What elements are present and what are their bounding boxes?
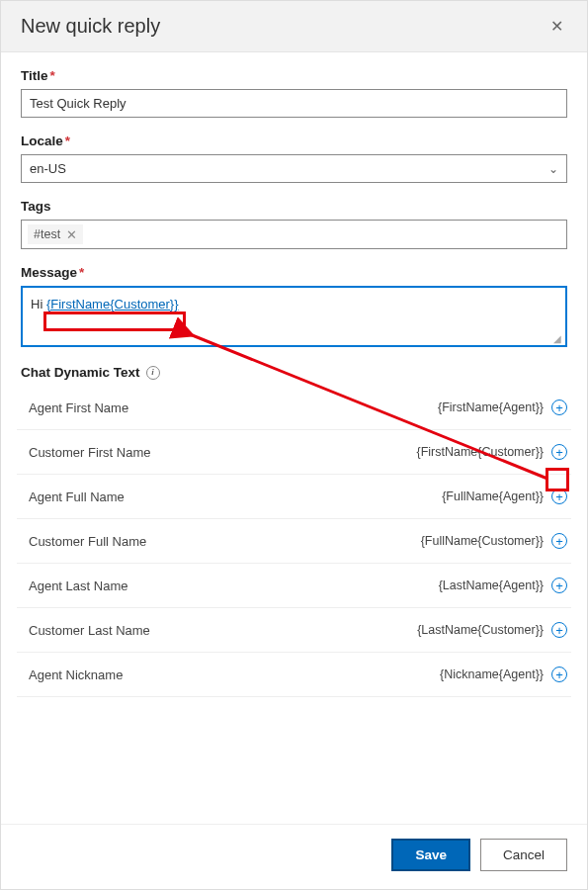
dynamic-token: {Nickname{Agent}} [440,668,544,681]
message-text: Hi [31,297,46,312]
dynamic-label: Agent Last Name [29,578,127,593]
dynamic-label: Agent Full Name [29,490,125,504]
dynamic-label: Customer Full Name [29,534,146,549]
dynamic-token: {FirstName{Agent}} [438,400,544,414]
dynamic-token: {FullName{Customer}} [421,534,544,548]
dynamic-row-agent-nickname: Agent Nickname {Nickname{Agent}} + [17,653,571,697]
dynamic-text-heading: Chat Dynamic Text i [21,365,567,380]
dynamic-row-customer-first-name: Customer First Name {FirstName{Customer}… [17,430,571,475]
dynamic-token: {FirstName{Customer}} [416,445,544,459]
dynamic-row-agent-first-name: Agent First Name {FirstName{Agent}} + [17,386,571,430]
dynamic-text-list: Agent First Name {FirstName{Agent}} + Cu… [17,386,571,697]
message-label: Message* [21,265,567,280]
panel-header: New quick reply ✕ [1,1,587,52]
chevron-down-icon: ⌄ [548,162,558,176]
add-token-button[interactable]: + [551,444,567,460]
dynamic-label: Customer First Name [29,445,151,460]
add-token-button[interactable]: + [551,667,567,682]
add-token-button[interactable]: + [551,400,567,415]
message-field-group: Message* Hi {FirstName{Customer}} ◢ [21,265,567,347]
cancel-button[interactable]: Cancel [480,839,567,871]
dynamic-token: {LastName{Agent}} [439,578,544,592]
tag-chip: #test ✕ [28,224,83,244]
message-textarea[interactable]: Hi {FirstName{Customer}} [21,286,567,347]
tag-remove-icon[interactable]: ✕ [66,228,77,241]
add-token-button[interactable]: + [551,578,567,593]
panel-footer: Save Cancel [1,824,587,889]
panel-content: Title* Locale* en-US ⌄ Tags #test ✕ [1,52,587,824]
title-input[interactable] [21,89,567,118]
panel-title: New quick reply [21,15,160,38]
tags-field-group: Tags #test ✕ [21,199,567,249]
dynamic-label: Customer Last Name [29,623,150,638]
dynamic-row-agent-last-name: Agent Last Name {LastName{Agent}} + [17,564,571,608]
dynamic-row-agent-full-name: Agent Full Name {FullName{Agent}} + [17,475,571,519]
quick-reply-panel: New quick reply ✕ Title* Locale* en-US ⌄… [0,0,588,890]
close-icon[interactable]: ✕ [546,13,567,40]
dynamic-label: Agent First Name [29,400,128,415]
title-field-group: Title* [21,68,567,118]
add-token-button[interactable]: + [551,489,567,504]
message-token[interactable]: {FirstName{Customer}} [46,297,179,312]
locale-field-group: Locale* en-US ⌄ [21,134,567,183]
locale-select[interactable]: en-US ⌄ [21,154,567,183]
tags-label: Tags [21,199,567,214]
tags-input[interactable]: #test ✕ [21,220,567,249]
dynamic-token: {FullName{Agent}} [442,490,544,503]
title-label: Title* [21,68,567,83]
dynamic-label: Agent Nickname [29,668,123,682]
info-icon[interactable]: i [146,366,160,380]
add-token-button[interactable]: + [551,622,567,638]
dynamic-token: {LastName{Customer}} [417,623,544,637]
locale-value: en-US [30,161,66,176]
save-button[interactable]: Save [391,839,470,871]
dynamic-row-customer-full-name: Customer Full Name {FullName{Customer}} … [17,519,571,564]
add-token-button[interactable]: + [551,533,567,549]
dynamic-row-customer-last-name: Customer Last Name {LastName{Customer}} … [17,608,571,653]
locale-label: Locale* [21,134,567,148]
